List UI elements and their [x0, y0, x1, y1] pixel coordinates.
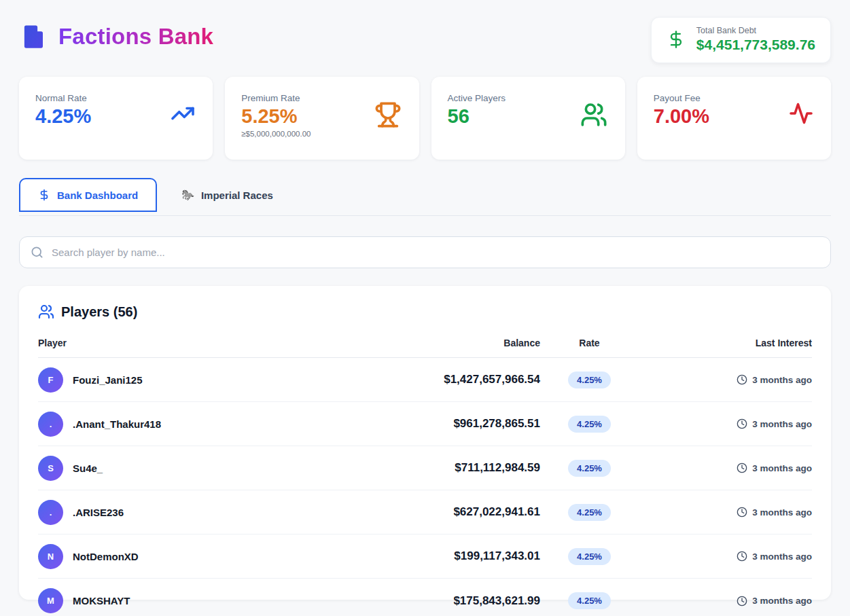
stat-card-premium-rate: Premium Rate 5.25% ≥$5,000,000,000.00	[225, 77, 419, 160]
debt-value: $4,451,773,589.76	[696, 37, 815, 53]
player-name: MOKSHAYT	[73, 595, 130, 606]
rate-badge: 4.25%	[568, 548, 611, 565]
last-interest-text: 3 months ago	[752, 463, 812, 473]
table-row[interactable]: . .ARISE236 $627,022,941.61 4.25% 3 m	[38, 490, 812, 535]
last-interest-text: 3 months ago	[752, 375, 812, 385]
rate-cell: 4.25%	[540, 592, 639, 609]
player-cell: . .Anant_Thakur418	[38, 412, 380, 437]
activity-icon	[789, 101, 813, 126]
players-panel: Players (56) Player Balance Rate Last In…	[19, 286, 831, 600]
rate-cell: 4.25%	[540, 504, 639, 521]
last-interest-cell: 3 months ago	[639, 551, 812, 562]
clock-icon	[737, 551, 747, 562]
avatar: .	[38, 500, 63, 525]
last-interest-cell: 3 months ago	[639, 507, 812, 518]
table-row[interactable]: . .Anant_Thakur418 $961,278,865.51 4.25%	[38, 402, 812, 446]
rate-cell: 4.25%	[540, 460, 639, 477]
brand: Factions Bank	[19, 22, 213, 51]
dollar-icon	[38, 189, 50, 201]
clock-icon	[737, 374, 747, 385]
avatar: S	[38, 456, 63, 481]
stat-card-active-players: Active Players 56	[431, 77, 625, 160]
last-interest-text: 3 months ago	[752, 551, 812, 562]
dollar-sign-icon	[667, 30, 686, 49]
tab-label: Imperial Races	[201, 189, 273, 201]
player-name: Su4e_	[73, 463, 103, 474]
tab-label: Bank Dashboard	[57, 189, 138, 201]
trophy-icon	[374, 101, 402, 128]
trending-up-icon	[171, 101, 195, 126]
tabs: Bank Dashboard 🐎 Imperial Races	[19, 178, 831, 212]
clock-icon	[737, 507, 747, 518]
rate-badge: 4.25%	[568, 460, 611, 477]
total-bank-debt-card: Total Bank Debt $4,451,773,589.76	[651, 17, 831, 63]
balance-value: $627,022,941.61	[380, 505, 540, 519]
last-interest-cell: 3 months ago	[639, 418, 812, 429]
table-row[interactable]: M MOKSHAYT $175,843,621.99 4.25% 3 mo	[38, 579, 812, 616]
player-name: NotDemonXD	[73, 551, 139, 562]
rate-cell: 4.25%	[540, 372, 639, 388]
rate-badge: 4.25%	[568, 504, 611, 521]
search-input[interactable]	[52, 247, 819, 258]
avatar: F	[38, 367, 63, 393]
tab-bank-dashboard[interactable]: Bank Dashboard	[19, 178, 157, 212]
page-title: Factions Bank	[58, 24, 213, 50]
player-name: .ARISE236	[73, 507, 124, 518]
last-interest-text: 3 months ago	[752, 507, 812, 518]
balance-value: $961,278,865.51	[380, 417, 540, 431]
player-name: Fouzi_Jani125	[73, 374, 143, 386]
balance-value: $1,427,657,966.54	[380, 373, 540, 386]
col-player: Player	[38, 338, 380, 348]
col-rate: Rate	[540, 338, 639, 348]
last-interest-cell: 3 months ago	[639, 596, 812, 606]
rate-badge: 4.25%	[568, 592, 611, 609]
rate-cell: 4.25%	[540, 548, 639, 565]
balance-value: $175,843,621.99	[380, 594, 540, 608]
tab-imperial-races[interactable]: 🐎 Imperial Races	[164, 178, 291, 212]
horse-icon: 🐎	[181, 189, 194, 201]
table-row[interactable]: N NotDemonXD $199,117,343.01 4.25% 3	[38, 535, 812, 579]
stats-row: Normal Rate 4.25% Premium Rate 5.25% ≥$5…	[19, 77, 831, 160]
avatar: .	[38, 412, 63, 437]
search-bar[interactable]	[19, 236, 831, 268]
player-name: .Anant_Thakur418	[73, 418, 161, 430]
table-row[interactable]: F Fouzi_Jani125 $1,427,657,966.54 4.25%	[38, 358, 812, 402]
users-icon	[580, 101, 607, 128]
table-row[interactable]: S Su4e_ $711,112,984.59 4.25% 3 month	[38, 446, 812, 490]
player-cell: N NotDemonXD	[38, 544, 380, 569]
last-interest-cell: 3 months ago	[639, 374, 812, 385]
clock-icon	[737, 463, 747, 473]
player-cell: F Fouzi_Jani125	[38, 367, 380, 393]
last-interest-text: 3 months ago	[752, 596, 812, 606]
avatar: N	[38, 544, 63, 569]
balance-value: $199,117,343.01	[380, 549, 540, 563]
clock-icon	[737, 596, 747, 606]
header: Factions Bank Total Bank Debt $4,451,773…	[19, 0, 831, 63]
bank-logo-icon	[19, 22, 48, 51]
balance-value: $711,112,984.59	[380, 461, 540, 475]
tabs-divider	[19, 215, 831, 216]
players-title: Players (56)	[61, 304, 137, 320]
col-balance: Balance	[380, 338, 540, 348]
table-header: Player Balance Rate Last Interest	[38, 338, 812, 358]
players-table: F Fouzi_Jani125 $1,427,657,966.54 4.25%	[38, 358, 812, 616]
search-icon	[31, 246, 43, 259]
debt-label: Total Bank Debt	[696, 26, 815, 35]
players-panel-header: Players (56)	[38, 304, 812, 320]
rate-badge: 4.25%	[568, 372, 611, 388]
last-interest-cell: 3 months ago	[639, 463, 812, 473]
stat-subtext: ≥$5,000,000,000.00	[241, 130, 402, 138]
last-interest-text: 3 months ago	[752, 419, 812, 429]
rate-badge: 4.25%	[568, 416, 611, 433]
factions-bank-app: Factions Bank Total Bank Debt $4,451,773…	[0, 0, 850, 600]
rate-cell: 4.25%	[540, 416, 639, 433]
clock-icon	[737, 418, 747, 429]
users-icon	[38, 304, 54, 320]
player-cell: M MOKSHAYT	[38, 588, 380, 613]
stat-card-normal-rate: Normal Rate 4.25%	[19, 77, 213, 160]
player-cell: . .ARISE236	[38, 500, 380, 525]
player-cell: S Su4e_	[38, 456, 380, 481]
stat-card-payout-fee: Payout Fee 7.00%	[637, 77, 831, 160]
col-last-interest: Last Interest	[639, 338, 812, 348]
avatar: M	[38, 588, 63, 613]
